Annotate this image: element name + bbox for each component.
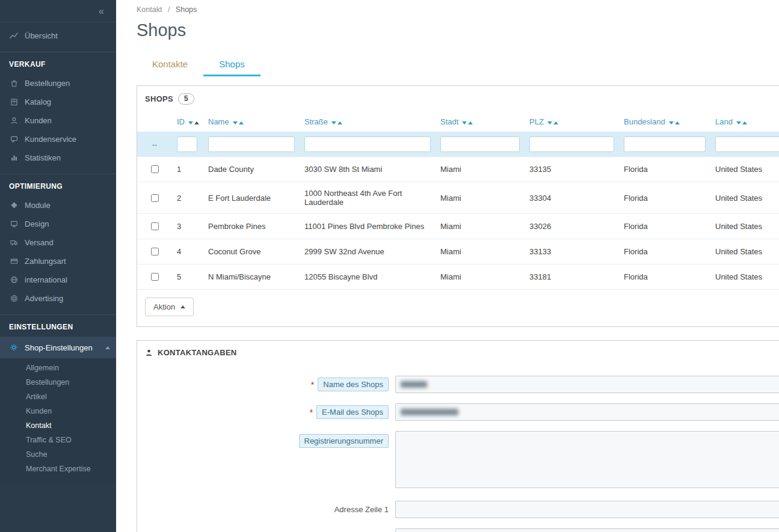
form-row-registration: Registrierungsnummer bbox=[137, 431, 779, 491]
row-checkbox[interactable] bbox=[151, 248, 159, 255]
chevron-up-icon bbox=[105, 346, 110, 349]
sidebar-item-design[interactable]: Design bbox=[0, 215, 116, 233]
filter-input-name[interactable] bbox=[208, 136, 295, 152]
row-checkbox[interactable] bbox=[151, 165, 159, 173]
address2-input[interactable] bbox=[395, 528, 779, 532]
table-row[interactable]: 3 Pembroke Pines 11001 Pines Blvd Pembro… bbox=[137, 214, 779, 239]
sidebar-item-label: Shop-Einstellungen bbox=[25, 343, 93, 352]
row-checkbox[interactable] bbox=[151, 273, 159, 281]
sidebar-subitem-merchant-expertise[interactable]: Merchant Expertise bbox=[0, 462, 116, 476]
cell-state: Florida bbox=[619, 239, 710, 264]
sidebar-item-shop-einstellungen[interactable]: Shop-Einstellungen bbox=[0, 337, 116, 358]
cell-country: United States bbox=[710, 239, 779, 264]
breadcrumb-separator: / bbox=[168, 5, 170, 14]
sidebar-item-label: Design bbox=[25, 219, 49, 228]
cell-id: 2 bbox=[172, 182, 203, 214]
shop-name-field[interactable] bbox=[395, 376, 779, 393]
sidebar-item-label: Statistiken bbox=[25, 153, 61, 162]
sidebar-subitem-traffic-seo[interactable]: Traffic & SEO bbox=[0, 433, 116, 447]
table-row[interactable]: 2 E Fort Lauderdale 1000 Northeast 4th A… bbox=[137, 182, 779, 214]
form-row-address2 bbox=[137, 528, 779, 532]
aktion-dropdown-button[interactable]: Aktion bbox=[145, 298, 194, 316]
sidebar-item-kundenservice[interactable]: Kundenservice bbox=[0, 130, 116, 148]
column-header-bundesland[interactable]: Bundesland bbox=[619, 111, 710, 132]
sidebar-item-statistiken[interactable]: Statistiken bbox=[0, 148, 116, 167]
sort-icons bbox=[546, 117, 558, 126]
sidebar-item-label: international bbox=[25, 275, 67, 284]
sidebar-item-module[interactable]: Module bbox=[0, 196, 116, 215]
kontaktangaben-title: KONTAKTANGABEN bbox=[158, 348, 237, 357]
table-row[interactable]: 1 Dade County 3030 SW 8th St Miami Miami… bbox=[137, 157, 779, 182]
section-title: VERKAUF bbox=[0, 60, 116, 74]
kontaktangaben-header: KONTAKTANGABEN bbox=[137, 341, 779, 364]
form-row-address1: Adresse Zeile 1 bbox=[137, 501, 779, 518]
sidebar-section-optimierung: OPTIMIERUNG Module Design Versand Zahlun… bbox=[0, 174, 116, 308]
cell-city: Miami bbox=[436, 214, 525, 239]
sidebar-item-bestellungen[interactable]: Bestellungen bbox=[0, 74, 116, 93]
cell-street: 2999 SW 32nd Avenue bbox=[300, 239, 436, 264]
table-row[interactable]: 4 Coconut Grove 2999 SW 32nd Avenue Miam… bbox=[137, 239, 779, 264]
sidebar-subitem-allgemein[interactable]: Allgemein bbox=[0, 361, 116, 375]
sidebar-subitem-artikel[interactable]: Artikel bbox=[0, 390, 116, 404]
filter-input-id[interactable] bbox=[177, 136, 197, 152]
column-header-stadt[interactable]: Stadt bbox=[436, 111, 525, 132]
sidebar-subitem-suche[interactable]: Suche bbox=[0, 447, 116, 462]
sidebar-subitem-kunden[interactable]: Kunden bbox=[0, 404, 116, 418]
table-row[interactable]: 5 N Miami/Biscayne 12055 Biscayne Blvd M… bbox=[137, 264, 779, 290]
shop-email-field[interactable] bbox=[395, 403, 779, 421]
row-checkbox[interactable] bbox=[151, 222, 159, 230]
sidebar-item-label: Katalog bbox=[25, 97, 51, 106]
cell-street: 3030 SW 8th St Miami bbox=[300, 157, 436, 182]
sidebar-item-uebersicht[interactable]: Übersicht bbox=[0, 26, 116, 45]
sidebar-item-label: Versand bbox=[25, 238, 54, 247]
sidebar-item-zahlungsart[interactable]: Zahlungsart bbox=[0, 252, 116, 271]
table-header-row: ID Name Straße Stadt PLZ Bundesland Land bbox=[137, 111, 779, 132]
redacted-value bbox=[401, 381, 427, 388]
cell-zip: 33026 bbox=[525, 214, 619, 239]
cell-name: N Miami/Biscayne bbox=[203, 264, 300, 290]
cell-id: 3 bbox=[172, 214, 203, 239]
sidebar-item-label: Übersicht bbox=[25, 31, 58, 40]
person-icon bbox=[145, 349, 153, 356]
bullseye-icon bbox=[9, 294, 19, 303]
breadcrumb-kontakt[interactable]: Kontakt bbox=[137, 5, 162, 14]
sidebar-item-kunden[interactable]: Kunden bbox=[0, 111, 116, 130]
sidebar-item-label: Bestellungen bbox=[25, 79, 70, 88]
column-header-id[interactable]: ID bbox=[172, 111, 203, 132]
main-content: Kontakt / Shops Shops Kontakte Shops SHO… bbox=[116, 0, 779, 532]
column-header-strasse[interactable]: Straße bbox=[300, 111, 436, 132]
sidebar-item-katalog[interactable]: Katalog bbox=[0, 93, 116, 111]
filter-input-strasse[interactable] bbox=[304, 136, 431, 152]
shop-email-label: E-Mail des Shops bbox=[316, 405, 389, 419]
filter-input-bundesland[interactable] bbox=[624, 136, 706, 152]
cell-state: Florida bbox=[619, 182, 710, 214]
sidebar-subitem-bestellungen[interactable]: Bestellungen bbox=[0, 375, 116, 390]
sort-icons bbox=[668, 117, 680, 126]
tab-shops[interactable]: Shops bbox=[203, 53, 260, 76]
required-marker: * bbox=[311, 380, 314, 390]
sidebar-collapse-button[interactable]: « bbox=[99, 6, 104, 16]
sidebar-subitem-kontakt[interactable]: Kontakt bbox=[0, 418, 116, 433]
monitor-icon bbox=[9, 219, 19, 228]
column-header-land[interactable]: Land bbox=[710, 111, 779, 132]
column-header-plz[interactable]: PLZ bbox=[525, 111, 619, 132]
sidebar-item-versand[interactable]: Versand bbox=[0, 233, 116, 252]
chat-bubble-icon bbox=[9, 135, 19, 144]
sidebar-item-international[interactable]: international bbox=[0, 271, 116, 289]
filter-input-land[interactable] bbox=[715, 136, 779, 152]
redacted-value bbox=[401, 409, 458, 415]
filter-input-stadt[interactable] bbox=[440, 136, 520, 152]
shop-name-label: Name des Shops bbox=[318, 378, 389, 391]
row-checkbox[interactable] bbox=[151, 194, 159, 202]
page-title: Shops bbox=[116, 14, 779, 40]
filter-marker: -- bbox=[137, 132, 172, 157]
registration-textarea[interactable] bbox=[395, 431, 779, 488]
shops-panel-title: SHOPS bbox=[145, 94, 173, 103]
column-header-name[interactable]: Name bbox=[203, 111, 300, 132]
sidebar-item-advertising[interactable]: Advertising bbox=[0, 289, 116, 308]
filter-input-plz[interactable] bbox=[529, 136, 614, 152]
sort-icons bbox=[735, 117, 747, 126]
section-title: OPTIMIERUNG bbox=[0, 182, 116, 196]
address1-input[interactable] bbox=[395, 501, 779, 518]
tab-kontakte[interactable]: Kontakte bbox=[137, 53, 203, 76]
